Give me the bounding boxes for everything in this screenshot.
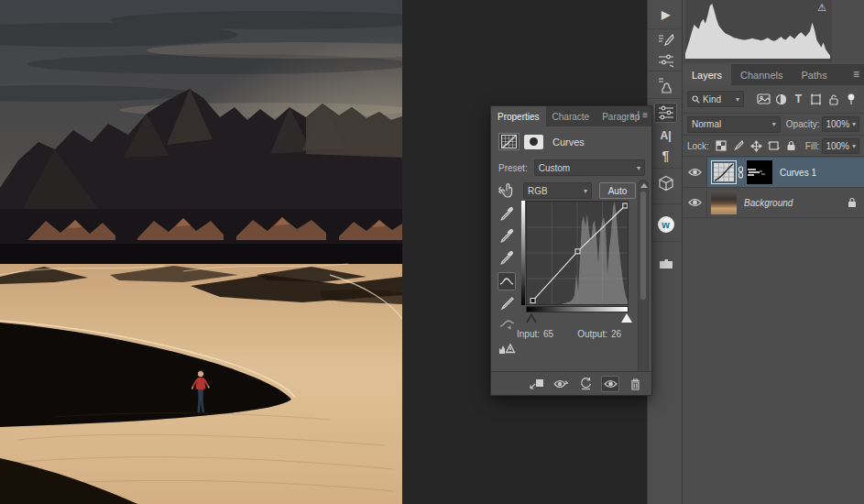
character-panel-icon[interactable]: A| [654,126,677,146]
preset-label: Preset: [498,163,528,173]
view-previous-state-button[interactable] [552,376,570,392]
layer-visibility-toggle[interactable] [683,188,707,217]
lock-transparency-button[interactable] [713,137,730,154]
play-icon: ▶ [662,8,670,21]
targeted-adjustment-icon[interactable] [498,183,515,199]
brushes-panel-icon[interactable] [654,50,677,71]
curves-thumbnail-icon [714,163,734,181]
lock-label: Lock: [687,141,709,151]
tab-character[interactable]: Characte [546,106,596,126]
libraries-panel-icon[interactable] [654,253,677,273]
filter-pixel-layers-button[interactable] [755,91,772,107]
curve-point-2 [623,203,628,208]
output-label: Output: [577,329,607,339]
w-plugin-icon: w [658,216,674,233]
paragraph-panel-icon[interactable]: ¶ [654,146,677,166]
brush-settings-panel-icon[interactable] [654,31,677,51]
actions-panel-icon[interactable]: ▶ [654,5,677,25]
mask-link-icon[interactable] [738,166,744,179]
dock-divider [648,28,682,29]
eye-icon [688,168,702,177]
black-point-slider[interactable] [526,313,537,323]
brushes-icon [658,53,674,68]
clipping-warning-icon[interactable] [498,338,516,356]
input-label: Input: [517,329,540,339]
auto-button[interactable]: Auto [599,182,636,199]
clip-to-layer-button[interactable] [527,376,545,392]
channel-select[interactable]: RGB ▾ [523,182,592,199]
dock-divider [648,241,682,242]
clone-source-panel-icon[interactable] [654,76,677,96]
white-point-eyedropper[interactable] [498,248,516,267]
background-layer-thumbnail[interactable] [711,191,737,214]
smooth-curve-button[interactable] [498,316,516,331]
filter-shape-layers-button[interactable] [807,91,825,107]
layers-list: Curves 1 Background [683,158,864,218]
panel-menu-icon[interactable]: ≡ [853,68,859,81]
curve-point-1 [575,249,580,254]
dock-divider [648,98,682,99]
tab-layers[interactable]: Layers [683,64,731,85]
tab-channels[interactable]: Channels [731,64,792,85]
output-value: 26 [611,329,621,339]
layer-row-curves-1[interactable]: Curves 1 [683,158,864,188]
preset-select[interactable]: Custom ▾ [534,159,645,176]
dock-divider [648,203,682,204]
3d-panel-icon[interactable] [654,173,677,193]
warning-icon[interactable]: ⚠ [817,2,826,14]
pencil-tool[interactable] [498,294,516,312]
scroll-up-icon[interactable] [640,183,648,188]
gray-point-eyedropper[interactable] [498,226,516,245]
panel-menu-icon[interactable]: ≡ [642,110,648,120]
clone-stamp-icon [658,78,674,94]
lock-artboard-button[interactable] [765,137,782,154]
layers-tabbar: Layers Channels Paths ≡ [683,64,864,85]
toggle-visibility-button[interactable] [601,376,619,392]
layer-visibility-toggle[interactable] [683,158,707,187]
histogram-panel: ⚠ [683,0,864,62]
edit-points-tool[interactable] [498,272,516,290]
properties-panel: Properties Characte Paragrap » | ≡ Curve… [490,105,652,396]
black-point-eyedropper[interactable] [498,204,516,223]
curves-adjustment-thumbnail[interactable] [711,160,737,184]
properties-panel-icon[interactable] [654,103,677,123]
adjustment-title: Curves [552,137,585,148]
histogram-graph [685,4,830,60]
document-canvas-image[interactable] [0,0,402,504]
curve-graph[interactable] [526,201,629,305]
layer-row-background[interactable]: Background [683,188,864,218]
blend-mode-select[interactable]: Normal ▾ [687,116,781,133]
cube-icon [658,175,674,192]
lock-position-button[interactable] [748,137,765,154]
scrollbar-thumb[interactable] [640,192,646,300]
filter-adjustment-layers-button[interactable] [772,91,790,107]
tab-divider: | [638,110,640,120]
right-panel-column: ⚠ Layers Channels Paths ≡ Kind ▾ T [683,0,864,504]
tab-paths[interactable]: Paths [793,64,837,85]
opacity-value[interactable]: 100%▾ [822,116,859,132]
collapse-panel-icon[interactable]: » [629,110,635,120]
reset-button[interactable] [576,376,595,392]
lock-all-button[interactable] [782,137,800,154]
layer-mask-thumbnail[interactable] [747,160,772,184]
tab-properties[interactable]: Properties [491,106,546,126]
fill-value[interactable]: 100%▾ [822,138,859,154]
filter-type-layers-button[interactable]: T [790,91,807,107]
filter-toggle-pin[interactable] [842,91,859,107]
delete-adjustment-button[interactable] [626,376,644,392]
white-point-slider[interactable] [621,313,632,323]
desert-photo [0,0,402,504]
layer-name[interactable]: Background [744,198,793,208]
layer-locked-icon [848,197,857,208]
layer-name[interactable]: Curves 1 [780,168,816,178]
layers-filter-row: Kind ▾ T [683,85,864,114]
w-plugin-panel-icon[interactable]: w [654,214,677,235]
libraries-icon [659,257,673,269]
brush-settings-icon [658,34,674,49]
properties-scrollbar[interactable] [638,180,649,390]
lock-row: Lock: Fill: 100%▾ [683,136,864,157]
lock-pixels-button[interactable] [730,137,748,154]
filter-smart-objects-button[interactable] [825,91,842,107]
photoshop-window: ▶ A| ¶ w [0,0,864,504]
filter-kind-select[interactable]: Kind ▾ [687,91,744,107]
